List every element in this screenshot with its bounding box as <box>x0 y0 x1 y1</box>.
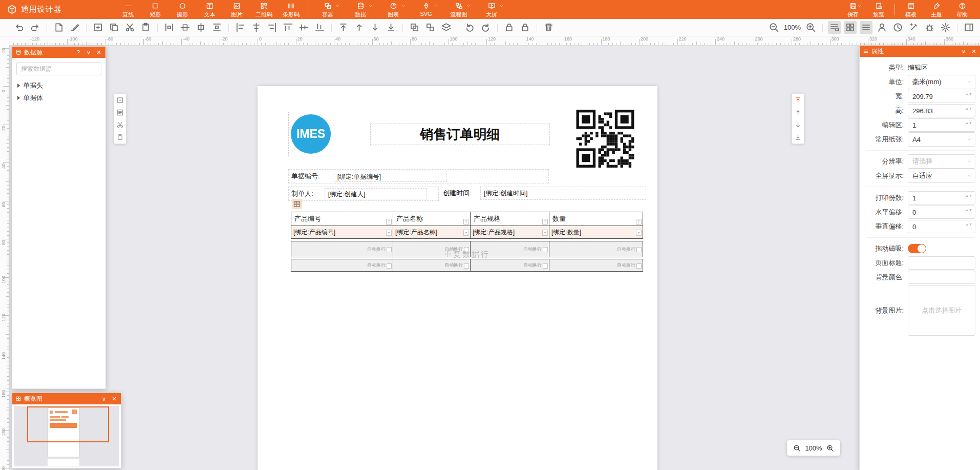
tree-item-docbody[interactable]: 单据体 <box>12 92 105 104</box>
stepper-icon[interactable]: ▲▼ <box>965 106 972 111</box>
topbar-tool-text[interactable]: 文本 <box>196 0 223 19</box>
pagetitle-input[interactable] <box>908 256 975 270</box>
cut-button[interactable] <box>123 21 136 34</box>
header-cell[interactable]: 数量T <box>549 212 643 226</box>
overview-thumbnail[interactable] <box>12 404 121 468</box>
paper-select[interactable]: A4 <box>908 132 975 147</box>
clear-canvas-button[interactable] <box>68 21 81 34</box>
settings-button[interactable] <box>939 21 952 34</box>
move-down-button[interactable] <box>794 121 802 129</box>
zoom-out-button[interactable] <box>768 21 780 34</box>
binding-cell[interactable]: [绑定:产品规格]▾ <box>471 226 549 238</box>
data-cell[interactable]: 自动换行 <box>471 259 549 271</box>
header-cell[interactable]: 产品规格T <box>471 212 549 226</box>
move-down-button[interactable] <box>369 21 381 34</box>
topbar-tool-qrcode[interactable]: 二维码 <box>250 0 278 19</box>
ungroup-button[interactable] <box>424 21 437 34</box>
data-cell[interactable]: 自动换行 <box>549 259 643 271</box>
topbar-tool-flow[interactable]: 流程图 <box>442 0 475 19</box>
stepper-icon[interactable]: ▲▼ <box>965 208 972 212</box>
bgimage-picker[interactable]: 点击选择图片 <box>908 285 975 336</box>
pagetitle-field[interactable] <box>908 257 975 269</box>
copy-button[interactable] <box>108 21 120 34</box>
v-center-button[interactable] <box>179 21 191 34</box>
topbar-tool-screen[interactable]: 大屏 <box>475 0 508 19</box>
header-cell[interactable]: 产品名称T <box>393 212 471 226</box>
properties-panel-header[interactable]: 属性 ∨ ✕ <box>860 46 980 57</box>
topbar-tool-circle[interactable]: 圆形 <box>169 0 196 19</box>
data-cell[interactable]: 自动换行 <box>471 241 549 257</box>
align-left-button[interactable] <box>234 21 247 34</box>
paste-button[interactable] <box>139 21 152 34</box>
outline-panel-toggle[interactable] <box>860 21 872 34</box>
help-button[interactable]: ? <box>75 49 82 56</box>
layers-button[interactable] <box>440 21 453 34</box>
topbar-tool-image[interactable]: 图片 <box>223 0 250 19</box>
zoom-in-button[interactable] <box>804 21 817 34</box>
move-up-button[interactable] <box>794 109 802 116</box>
header-cell[interactable]: 产品编号T <box>291 212 393 226</box>
snap-toggle[interactable] <box>908 244 926 253</box>
palette-paste-button[interactable] <box>116 133 124 141</box>
design-canvas[interactable]: IMES 销售订单明细 单据编号: [绑定:单据编号] 制单人: [绑定:创建人… <box>9 45 859 470</box>
close-button[interactable]: ✕ <box>970 48 977 55</box>
editarea-input[interactable]: ▲▼ <box>908 118 975 132</box>
page[interactable]: IMES 销售订单明细 单据编号: [绑定:单据编号] 制单人: [绑定:创建人… <box>258 86 657 470</box>
align-right-button[interactable] <box>266 21 279 34</box>
align-bottom-button[interactable] <box>313 21 326 34</box>
data-cell[interactable]: 自动换行 <box>291 241 393 257</box>
data-cell[interactable]: 自动换行 <box>549 241 643 257</box>
logo-element[interactable]: IMES <box>288 112 333 156</box>
undo-button[interactable] <box>13 21 26 34</box>
zoom-out-button[interactable] <box>793 444 801 452</box>
binding-cell[interactable]: [绑定:产品编号]▾ <box>291 226 393 238</box>
document-title[interactable]: 销售订单明细 <box>370 124 550 145</box>
datasource-panel-toggle[interactable] <box>828 21 841 34</box>
width-input[interactable]: ▲▼ <box>908 90 975 103</box>
h-center-button[interactable] <box>195 21 207 34</box>
topbar-action-theme[interactable]: 主题 <box>924 0 949 19</box>
history-button[interactable] <box>891 21 904 34</box>
table-header-row[interactable]: 产品编号T 产品名称T 产品规格T 数量T <box>291 212 643 226</box>
tools-button[interactable] <box>907 21 920 34</box>
align-top-button[interactable] <box>282 21 294 34</box>
voffset-input[interactable]: ▲▼ <box>908 220 975 233</box>
binding-cell[interactable]: [绑定:产品名称]▾ <box>393 226 471 238</box>
stepper-icon[interactable]: ▲▼ <box>965 92 972 96</box>
palette-add-button[interactable] <box>116 96 124 104</box>
datasource-search-input[interactable] <box>16 62 101 75</box>
stepper-icon[interactable]: ▲▼ <box>965 193 972 198</box>
widgets-panel-toggle[interactable] <box>844 21 857 34</box>
rotate-left-button[interactable] <box>463 21 476 34</box>
close-button[interactable]: ✕ <box>95 49 102 56</box>
topbar-tool-database[interactable]: 数据 <box>344 0 377 19</box>
close-button[interactable]: ✕ <box>111 395 118 402</box>
field-binding-value[interactable]: [绑定:单据编号] <box>334 171 447 182</box>
data-cell[interactable]: 自动换行 <box>393 241 471 257</box>
debug-button[interactable] <box>923 21 936 34</box>
field-docnumber[interactable]: 单据编号: [绑定:单据编号] <box>288 169 549 183</box>
tree-item-docheader[interactable]: 单据头 <box>12 79 105 92</box>
stepper-icon[interactable]: ▲▼ <box>965 222 972 227</box>
hoffset-input[interactable]: ▲▼ <box>908 206 975 219</box>
height-input[interactable]: ▲▼ <box>908 104 975 117</box>
field-binding-value[interactable]: [绑定:创建人] <box>325 188 427 199</box>
data-cell[interactable]: 自动换行 <box>393 259 471 271</box>
palette-cut-button[interactable] <box>116 121 124 129</box>
unit-select[interactable]: 毫米(mm) <box>908 75 975 89</box>
resolution-select[interactable]: 请选择 <box>908 154 975 169</box>
move-top-button[interactable] <box>794 96 802 104</box>
topbar-tool-barcode[interactable]: 条形码 <box>278 0 305 19</box>
bring-to-front-button[interactable] <box>337 21 350 34</box>
v-spacing-button[interactable] <box>210 21 223 34</box>
collapse-button[interactable]: ∨ <box>85 49 92 56</box>
topbar-tool-container[interactable]: 容器 <box>311 0 344 19</box>
topbar-action-preview[interactable]: 预览 <box>866 0 891 19</box>
palette-list-button[interactable] <box>116 109 124 116</box>
overview-panel-header[interactable]: 概览图 ∨ ✕ <box>12 393 121 404</box>
copies-input[interactable]: ▲▼ <box>908 191 975 205</box>
collapse-button[interactable]: ∨ <box>100 395 108 402</box>
table-data-row[interactable]: 自动换行 自动换行 自动换行 自动换行 <box>291 241 643 257</box>
unlock-button[interactable] <box>503 21 516 34</box>
table-binding-row[interactable]: [绑定:产品编号]▾ [绑定:产品名称]▾ [绑定:产品规格]▾ [绑定:数量]… <box>291 226 643 239</box>
